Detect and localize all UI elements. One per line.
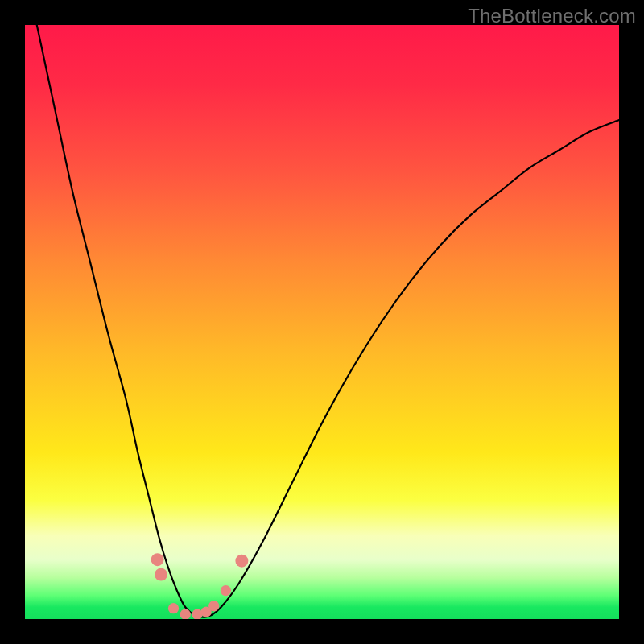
marker-point bbox=[168, 603, 179, 613]
marker-point bbox=[208, 601, 219, 611]
marker-point bbox=[151, 553, 164, 566]
marker-point bbox=[180, 609, 191, 619]
chart-frame: TheBottleneck.com bbox=[0, 0, 644, 644]
marker-point bbox=[155, 568, 167, 581]
marker-point bbox=[235, 555, 248, 568]
curve-layer bbox=[25, 25, 619, 619]
watermark-text: TheBottleneck.com bbox=[468, 5, 636, 27]
plot-area bbox=[25, 25, 619, 619]
marker-point bbox=[200, 607, 211, 617]
marker-point bbox=[192, 609, 202, 619]
marker-point bbox=[221, 585, 231, 596]
bottleneck-curve bbox=[37, 25, 619, 617]
highlight-markers bbox=[151, 553, 249, 619]
